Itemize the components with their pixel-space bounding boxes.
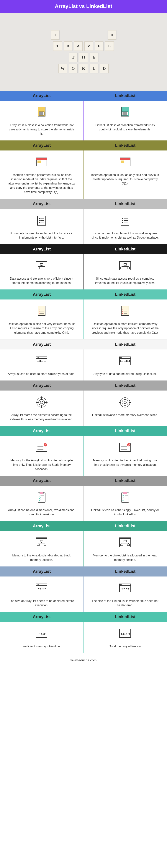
tile-row-2: TRAVEL [53, 41, 114, 51]
comparison-row: It can only be used to implement the lis… [0, 209, 167, 244]
cell-right: Memory to the LinkedList is allocated in… [84, 531, 167, 566]
header-left: ArrayList [0, 141, 84, 151]
hero-image: TD TRAVEL THE WORLD [0, 12, 167, 91]
header-right: LinkedList [84, 289, 167, 300]
cell-text: Insertion operation is fast as only next… [91, 173, 159, 186]
cell-text: Memory to the ArrayList is allocated at … [7, 553, 76, 562]
cell-text: Memory is allocated to the LinkedList du… [91, 458, 159, 467]
comparison-icon [118, 490, 132, 505]
comparison-row: Inefficient memory utilization. Good mem… [0, 622, 167, 653]
cell-text: Data access and storage is very efficien… [7, 276, 76, 285]
svg-point-63 [39, 313, 39, 314]
svg-point-84 [121, 357, 122, 358]
cell-text: Memory to the LinkedList is allocated in… [91, 553, 159, 562]
comparison-header: ArrayListLinkedList [0, 426, 167, 436]
cell-right: The size of the LinkedList is variable t… [84, 577, 167, 612]
comparison-icon [118, 213, 132, 228]
svg-rect-119 [121, 493, 129, 502]
scrabble-tile: D [100, 64, 108, 73]
cell-right: LinkedList involves more memory overhead… [84, 391, 167, 426]
svg-point-166 [121, 630, 122, 630]
scrabble-tile: R [79, 64, 88, 73]
svg-point-88 [37, 398, 46, 407]
comparison-icon [34, 535, 49, 550]
cell-left: Insertion operation performed is slow as… [0, 151, 84, 199]
comparison-row: ArrayList is a class in a collection fra… [0, 101, 167, 141]
scrabble-tile: R [64, 41, 72, 51]
svg-point-66 [122, 308, 123, 308]
svg-rect-29 [39, 222, 40, 223]
comparison-icon [118, 354, 132, 369]
comparison-row: Memory for the ArrayList is allocated at… [0, 436, 167, 476]
comparison-icon [34, 304, 49, 319]
scrabble-tile: T [53, 41, 62, 51]
comparison-row: Memory to the ArrayList is allocated at … [0, 531, 167, 566]
scrabble-tile: V [85, 41, 93, 51]
comparison-header: ArrayListLinkedList [0, 91, 167, 101]
svg-point-76 [37, 357, 37, 358]
svg-rect-48 [120, 261, 131, 262]
header-right: LinkedList [84, 521, 167, 531]
comparison-icon [118, 581, 132, 596]
cell-text: LinkedList involves more memory overhead… [91, 413, 159, 417]
cell-text: Any type of data can be stored using Lin… [91, 372, 159, 376]
comparison-icon [34, 490, 49, 505]
comparison-row: Deletion operation is also not very effi… [0, 300, 167, 339]
svg-rect-34 [122, 220, 123, 221]
scrabble-tile: E [90, 53, 98, 62]
header-left: ArrayList [0, 91, 84, 101]
cell-text: Deletion operation is more efficient com… [91, 322, 159, 335]
cell-left: Inefficient memory utilization. [0, 622, 84, 653]
svg-point-161 [42, 634, 43, 634]
cell-text: ArrayList can be one dimensional, two-di… [7, 508, 76, 517]
header-right: LinkedList [84, 244, 167, 254]
comparison-icon [34, 213, 49, 228]
header-left: ArrayList [0, 244, 84, 254]
header-left: ArrayList [0, 612, 84, 622]
svg-point-159 [39, 634, 39, 634]
comparison-icon [118, 626, 132, 641]
svg-rect-27 [39, 220, 40, 221]
header-left: ArrayList [0, 199, 84, 209]
comparison-header: ArrayListLinkedList [0, 612, 167, 622]
cell-text: ArrayList stores the elements according … [7, 413, 76, 422]
cell-text: Insertion operation performed is slow as… [7, 173, 76, 194]
comparison-row: ArrayList can be one dimensional, two-di… [0, 486, 167, 521]
cell-text: LinkedList class of collection framework… [91, 123, 159, 131]
header-right: LinkedList [84, 426, 167, 436]
comparison-header: ArrayListLinkedList [0, 199, 167, 209]
cell-left: ArrayList can be used to store similar t… [0, 349, 84, 380]
cell-right: LinkedList can be either singly LinkedLi… [84, 486, 167, 521]
cell-text: Memory for the ArrayList is allocated at… [7, 458, 76, 471]
svg-point-107 [44, 443, 47, 446]
svg-rect-74 [36, 357, 47, 365]
svg-point-77 [38, 357, 39, 358]
svg-rect-36 [122, 222, 123, 223]
svg-rect-39 [36, 261, 47, 262]
cell-left: ArrayList is a class in a collection fra… [0, 101, 84, 141]
svg-point-96 [122, 399, 128, 405]
comparison-icon [118, 155, 132, 170]
svg-point-150 [120, 584, 121, 585]
cell-text: LinkedList can be either singly LinkedLi… [91, 508, 159, 517]
cell-right: Any type of data can be stored using Lin… [84, 349, 167, 380]
scrabble-tile: O [69, 64, 77, 73]
comparison-header: ArrayListLinkedList [0, 244, 167, 254]
svg-rect-142 [36, 584, 47, 592]
scrabble-tile: L [90, 64, 98, 73]
header-left: ArrayList [0, 339, 84, 349]
tile-row-3: THE [69, 53, 98, 62]
comparison-header: ArrayListLinkedList [0, 521, 167, 531]
page-title: ArrayList vs LinkedList [0, 0, 167, 12]
cell-left: The size of ArrayList needs to be declar… [0, 577, 84, 612]
cell-right: Memory is allocated to the LinkedList du… [84, 436, 167, 476]
comparison-icon [34, 259, 49, 274]
cell-left: It can only be used to implement the lis… [0, 209, 84, 244]
svg-rect-12 [37, 160, 41, 163]
scrabble-tile: A [74, 41, 82, 51]
cell-right: Since each data access requires a comple… [84, 254, 167, 289]
cell-left: ArrayList stores the elements according … [0, 391, 84, 426]
scrabble-tile: D [108, 30, 116, 39]
scrabble-tile: W [59, 64, 67, 73]
svg-point-61 [39, 311, 39, 312]
